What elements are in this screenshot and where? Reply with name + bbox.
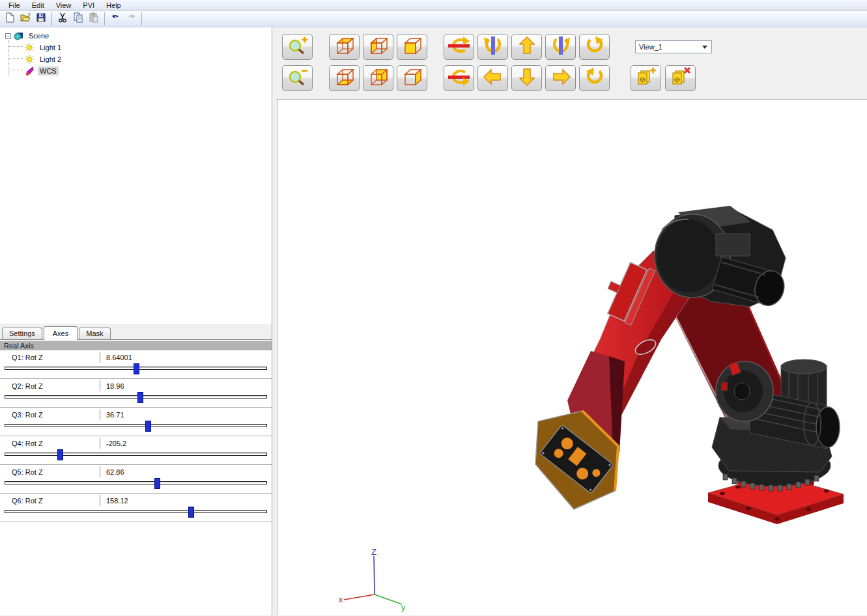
delete-view-button[interactable] [665,65,696,91]
cut-button[interactable] [55,12,70,26]
view-right-button[interactable] [397,65,427,91]
view-top-button[interactable] [329,34,360,60]
pan-right-button[interactable] [545,65,576,91]
zoom-in-button[interactable] [282,34,313,60]
pan-left-icon [482,67,504,89]
zoom-out-button[interactable] [282,65,313,91]
rotate-ccw-button[interactable] [579,65,610,91]
axis-slider-thumb[interactable] [188,507,194,518]
left-panel: − Scene Light 1 Light 2 WCS [0,27,272,615]
paste-button [86,12,102,26]
tree-label-wcs[interactable]: WCS [38,66,59,76]
pan-up-button[interactable] [511,34,542,60]
copy-button[interactable] [70,12,86,26]
tree-node-light1[interactable]: Light 1 [0,42,272,53]
tree-label-light1[interactable]: Light 1 [38,43,63,52]
axis-slider-thumb[interactable] [134,363,139,374]
tree-label-scene[interactable]: Scene [27,31,51,40]
axis-slider-thumb[interactable] [137,392,143,403]
view-back-button[interactable] [363,65,393,91]
axis-value: 18.96 [100,382,124,390]
standard-toolbar [0,10,867,27]
undo-button[interactable] [107,12,123,26]
rotate-cw-icon [584,36,606,58]
toolbar-separator [51,12,52,25]
open-button[interactable] [18,12,33,26]
menu-bar: File Edit View PVI Help [0,0,867,10]
zoom-out-icon [287,67,309,89]
tab-settings[interactable]: Settings [2,328,42,339]
axis-value: 8.64001 [100,354,132,361]
axis-slider-track[interactable] [5,510,267,513]
3d-viewport[interactable]: Z x y [277,99,867,615]
menu-edit[interactable]: Edit [26,1,50,10]
rotate-z-right-button[interactable] [545,34,576,60]
save-button[interactable] [33,12,49,26]
cut-icon [57,12,68,25]
redo-icon [126,12,137,25]
tab-mask[interactable]: Mask [79,328,110,339]
light-icon [25,43,35,52]
view-cube-left-icon [367,36,390,58]
axis-label: Q3: Rot Z [0,411,100,419]
view-selector-value: View_1 [639,43,662,51]
pan-down-icon [516,67,538,89]
rotate-x-up-icon [448,36,471,58]
view-front-button[interactable] [397,34,427,60]
new-button[interactable] [2,12,18,26]
axis-value: 158.12 [100,497,128,505]
axis-slider-track[interactable] [5,481,267,484]
rotate-z-left-button[interactable] [477,34,508,60]
pan-right-icon [550,67,572,89]
axis-slider-thumb[interactable] [145,421,151,432]
pan-up-icon [516,36,538,58]
chevron-down-icon [702,46,707,49]
world-axis-triad: Z x y [339,547,406,612]
menu-view[interactable]: View [50,1,78,10]
view-cube-bottom-icon [333,67,356,89]
wcs-icon [25,66,35,76]
menu-pvi[interactable]: PVI [77,1,100,10]
scene-tree: − Scene Light 1 Light 2 WCS [0,27,272,324]
paste-icon [89,12,99,25]
menu-help[interactable]: Help [100,1,127,10]
pan-down-button[interactable] [511,65,542,91]
add-view-button[interactable] [631,65,661,91]
collapse-icon[interactable]: − [5,33,11,39]
axis-slider-track[interactable] [5,424,267,427]
axis-slider-thumb[interactable] [154,478,160,489]
axis-value: 62.86 [100,468,124,476]
zoom-in-icon [287,36,309,58]
tree-node-scene[interactable]: − Scene [0,30,272,42]
tab-axes[interactable]: Axes [44,326,78,340]
axis-slider-track[interactable] [5,453,267,456]
toolbar-separator [141,12,142,25]
axis-label: Q1: Rot Z [0,354,100,361]
light-icon [25,55,35,64]
add-view-icon [634,66,658,90]
toolbar-separator [104,12,105,25]
axis-row-q2: Q2: Rot Z 18.96 [0,379,272,408]
rotate-z-left-icon [481,36,505,58]
menu-file[interactable]: File [3,1,26,10]
rotate-x-down-button[interactable] [444,65,474,91]
svg-text:Z: Z [371,547,377,557]
view-left-button[interactable] [363,34,393,60]
properties-panel: Settings Axes Mask Real Axis Q1: Rot Z 8… [0,324,272,615]
new-document-icon [5,12,15,25]
pan-left-button[interactable] [477,65,508,91]
rotate-x-up-button[interactable] [444,34,474,60]
rotate-cw-button[interactable] [579,34,610,60]
axis-row-q6: Q6: Rot Z 158.12 [0,494,272,522]
tree-node-light2[interactable]: Light 2 [0,53,272,65]
rotate-ccw-icon [584,67,606,89]
axis-slider-thumb[interactable] [57,449,63,460]
tree-node-wcs[interactable]: WCS [0,65,272,77]
axis-slider-track[interactable] [5,395,267,399]
view-bottom-button[interactable] [329,65,360,91]
axis-value: -205.2 [100,440,126,447]
tree-label-light2[interactable]: Light 2 [38,55,63,64]
axis-row-q3: Q3: Rot Z 36.71 [0,408,272,436]
axis-row-q4: Q4: Rot Z -205.2 [0,436,272,465]
view-selector-dropdown[interactable]: View_1 [635,40,712,53]
